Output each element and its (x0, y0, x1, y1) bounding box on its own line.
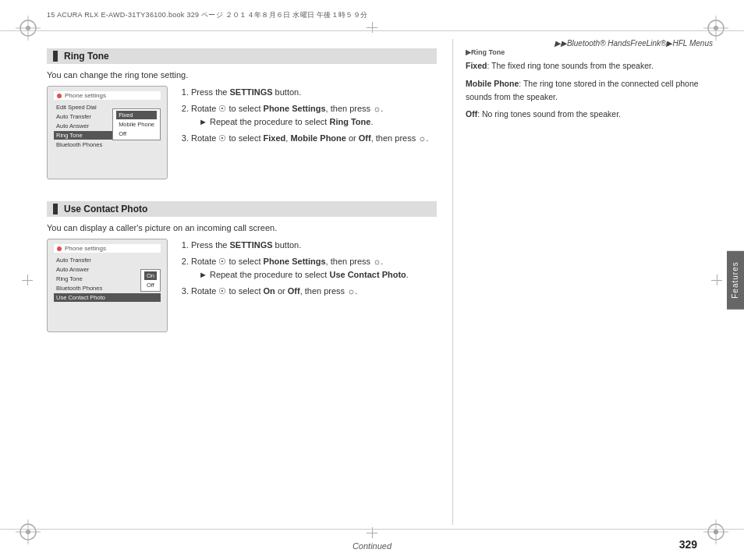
sub-item-fixed: Fixed (116, 111, 157, 119)
sub-menu-1: Fixed Mobile Phone Off (112, 108, 161, 140)
use-contact-photo-heading-text: Use Contact Photo (64, 204, 147, 214)
main-content: Ring Tone You can change the ring tone s… (47, 39, 717, 525)
screen-title-2: Phone settings (54, 244, 161, 253)
note-fixed-text: The fixed ring tone sounds from the spea… (491, 61, 654, 70)
use-contact-photo-body: Phone settings Auto Transfer Auto Answer… (47, 239, 437, 332)
page-number: 329 (679, 538, 697, 551)
sub-item-mobile: Mobile Phone (116, 120, 157, 129)
menu-item-5: Bluetooth Phones (54, 140, 161, 149)
ucp-step-3: Rotate ☉ to select On or Off, then press… (191, 285, 437, 299)
use-contact-photo-screen: Phone settings Auto Transfer Auto Answer… (47, 239, 168, 332)
menu-item-2-5-active: Use Contact Photo (54, 293, 161, 302)
sub-item-on: On (144, 271, 157, 280)
screen-title-text-2: Phone settings (65, 245, 106, 252)
header-file-info: 15 ACURA RLX E-AWD-31TY36100.book 329 ペー… (47, 10, 367, 20)
screen-title-1: Phone settings (54, 91, 161, 100)
right-note-content: Fixed: The fixed ring tone sounds from t… (466, 59, 717, 121)
use-contact-photo-description: You can display a caller's picture on an… (47, 223, 437, 232)
ring-tone-step-2: Rotate ☉ to select Phone Settings, then … (191, 102, 437, 129)
sub-item-off-1: Off (116, 129, 157, 138)
sidebar-features-label: Features (727, 250, 744, 309)
ucp-step-2: Rotate ☉ to select Phone Settings, then … (191, 255, 437, 282)
note-off: Off: No ring tones sound from the speake… (466, 108, 717, 121)
ring-tone-screen: Phone settings Edit Speed Dial Auto Tran… (47, 86, 168, 179)
ring-tone-arrow-step: ► Repeat the procedure to select Ring To… (191, 115, 437, 129)
screen-dot-2 (57, 246, 62, 251)
ring-tone-step-3: Rotate ☉ to select Fixed, Mobile Phone o… (191, 132, 437, 146)
use-contact-photo-section: Use Contact Photo You can display a call… (47, 201, 437, 332)
bottom-bar: Continued (0, 529, 744, 560)
ring-tone-step-1: Press the SETTINGS button. (191, 86, 437, 100)
right-column: ▶Ring Tone Fixed: The fixed ring tone so… (452, 39, 717, 525)
right-note-label: ▶Ring Tone (466, 48, 717, 56)
screen-dot (57, 94, 62, 98)
ring-tone-section: Ring Tone You can change the ring tone s… (47, 48, 437, 179)
heading-bar (53, 51, 58, 62)
menu-item-2-1: Auto Transfer (54, 256, 161, 264)
note-fixed: Fixed: The fixed ring tone sounds from t… (466, 59, 717, 73)
left-column: Ring Tone You can change the ring tone s… (47, 39, 452, 525)
sub-item-off-2: Off (144, 281, 157, 289)
sub-menu-2: On Off (140, 269, 161, 292)
continued-text: Continued (353, 541, 391, 551)
ring-tone-body: Phone settings Edit Speed Dial Auto Tran… (47, 86, 437, 179)
screen-title-text-1: Phone settings (65, 92, 106, 99)
ring-tone-instructions: Press the SETTINGS button. Rotate ☉ to s… (179, 86, 437, 179)
ucp-arrow-step: ► Repeat the procedure to select Use Con… (191, 268, 437, 282)
ring-tone-heading: Ring Tone (47, 48, 437, 64)
use-contact-photo-instructions: Press the SETTINGS button. Rotate ☉ to s… (179, 239, 437, 332)
ring-tone-heading-text: Ring Tone (64, 51, 109, 62)
ucp-step-1: Press the SETTINGS button. (191, 239, 437, 253)
note-off-text: No ring tones sound from the speaker. (482, 109, 621, 119)
heading-bar-2 (53, 204, 58, 214)
use-contact-photo-heading: Use Contact Photo (47, 201, 437, 217)
top-header: 15 ACURA RLX E-AWD-31TY36100.book 329 ペー… (0, 0, 744, 31)
cross-left-center (22, 275, 33, 285)
ring-tone-description: You can change the ring tone setting. (47, 70, 437, 80)
note-mobile-phone: Mobile Phone: The ring tone stored in th… (466, 77, 717, 104)
